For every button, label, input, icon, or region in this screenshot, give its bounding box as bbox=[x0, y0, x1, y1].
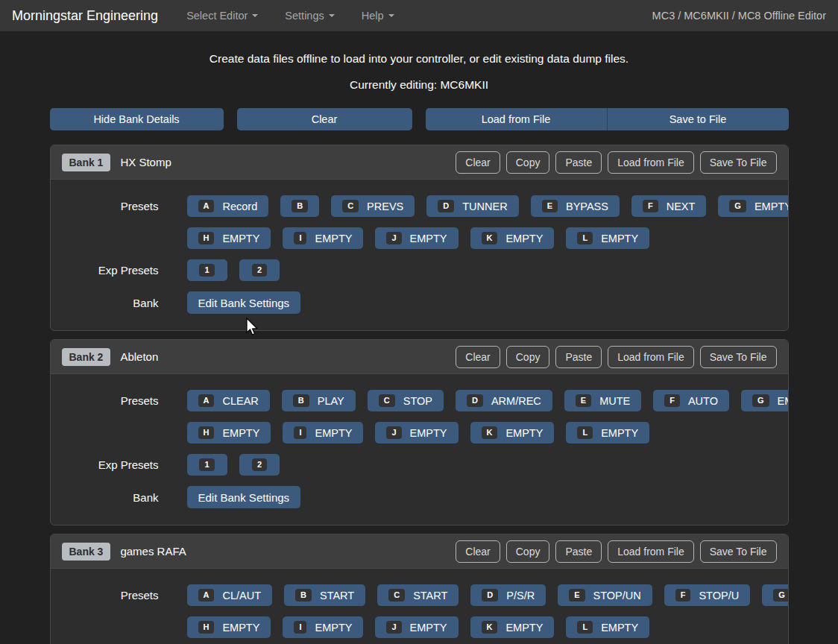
preset-button-a[interactable]: ARecord bbox=[187, 195, 269, 217]
preset-name-label: EMPTY bbox=[315, 622, 352, 634]
preset-button-g[interactable]: GEMPTY bbox=[741, 390, 789, 411]
preset-name-label: EMPTY bbox=[778, 395, 789, 407]
load-from-file-button[interactable]: Load from File bbox=[426, 108, 608, 130]
bank-panel-2: Bank 2 Ableton Clear Copy Paste Load fro… bbox=[50, 339, 789, 525]
bank-name[interactable]: HX Stomp bbox=[120, 156, 171, 168]
bank-save-to-file-button[interactable]: Save To File bbox=[700, 540, 777, 563]
preset-button-e[interactable]: ESTOP/UN bbox=[558, 584, 652, 606]
bank-paste-button[interactable]: Paste bbox=[555, 151, 602, 174]
bank-paste-button[interactable]: Paste bbox=[555, 346, 602, 368]
preset-button-e[interactable]: EBYPASS bbox=[531, 195, 620, 217]
preset-button-h[interactable]: HEMPTY bbox=[187, 616, 271, 638]
bank-copy-button[interactable]: Copy bbox=[506, 540, 550, 563]
exp-2-badge: 2 bbox=[252, 264, 267, 277]
preset-name-label: EMPTY bbox=[315, 427, 352, 439]
preset-button-i[interactable]: IEMPTY bbox=[283, 227, 363, 249]
preset-button-e[interactable]: EMUTE bbox=[564, 390, 641, 411]
preset-button-b[interactable]: BPLAY bbox=[282, 390, 356, 411]
preset-name-label: EMPTY bbox=[410, 622, 447, 634]
preset-button-f[interactable]: FAUTO bbox=[653, 390, 729, 411]
preset-key-badge: E bbox=[569, 589, 585, 602]
preset-key-badge: D bbox=[438, 200, 454, 212]
bank-save-to-file-button[interactable]: Save To File bbox=[700, 346, 777, 368]
preset-key-badge: B bbox=[292, 200, 308, 212]
preset-button-j[interactable]: JEMPTY bbox=[375, 616, 458, 638]
bank-copy-button[interactable]: Copy bbox=[506, 151, 550, 174]
preset-key-badge: G bbox=[729, 200, 746, 212]
menu-help-label: Help bbox=[362, 10, 384, 22]
exp-preset-group: 1 2 bbox=[187, 259, 280, 281]
bank-copy-button[interactable]: Copy bbox=[506, 346, 550, 368]
preset-name-label: STOP bbox=[403, 395, 432, 407]
preset-button-i[interactable]: IEMPTY bbox=[283, 422, 363, 443]
preset-button-d[interactable]: DP/S/R bbox=[470, 584, 546, 606]
hide-bank-details-button[interactable]: Hide Bank Details bbox=[50, 108, 224, 130]
preset-button-h[interactable]: HEMPTY bbox=[187, 227, 271, 249]
exp-preset-1-button[interactable]: 1 bbox=[187, 259, 227, 281]
preset-button-j[interactable]: JEMPTY bbox=[375, 227, 458, 249]
preset-button-d[interactable]: DARM/REC bbox=[456, 390, 552, 411]
preset-key-badge: F bbox=[664, 394, 680, 407]
exp-preset-2-button[interactable]: 2 bbox=[239, 259, 280, 281]
preset-button-j[interactable]: JEMPTY bbox=[375, 422, 458, 443]
clear-all-button[interactable]: Clear bbox=[237, 108, 412, 130]
preset-button-g[interactable]: GEMPTY bbox=[762, 584, 788, 606]
bank-clear-button[interactable]: Clear bbox=[456, 151, 500, 174]
bank-load-from-file-button[interactable]: Load from File bbox=[608, 540, 693, 563]
preset-button-b[interactable]: BSTART bbox=[284, 584, 365, 606]
preset-row-1: ARecordBCPREVSDTUNNEREBYPASSFNEXTGEMPTY bbox=[187, 195, 789, 217]
preset-button-f[interactable]: FSTOP/U bbox=[664, 584, 750, 606]
preset-button-c[interactable]: CSTOP bbox=[368, 390, 444, 411]
preset-name-label: STOP/UN bbox=[593, 590, 641, 602]
preset-name-label: EMPTY bbox=[222, 233, 259, 244]
save-to-file-button[interactable]: Save to File bbox=[608, 108, 789, 130]
preset-button-l[interactable]: LEMPTY bbox=[566, 227, 649, 249]
intro-text: Create data files offline to load into y… bbox=[0, 52, 838, 66]
preset-key-badge: A bbox=[198, 589, 215, 602]
preset-key-badge: F bbox=[675, 589, 691, 602]
menu-select-editor[interactable]: Select Editor bbox=[176, 4, 268, 28]
preset-button-a[interactable]: ACLEAR bbox=[187, 390, 270, 411]
preset-key-badge: E bbox=[576, 394, 591, 407]
preset-button-d[interactable]: DTUNNER bbox=[426, 195, 518, 217]
bank-3-header: Bank 3 games RAFA Clear Copy Paste Load … bbox=[51, 534, 788, 569]
bank-clear-button[interactable]: Clear bbox=[456, 346, 500, 368]
edit-bank-settings-button[interactable]: Edit Bank Settings bbox=[187, 291, 301, 314]
preset-button-l[interactable]: LEMPTY bbox=[566, 616, 649, 638]
bank-paste-button[interactable]: Paste bbox=[555, 540, 602, 563]
preset-button-k[interactable]: KEMPTY bbox=[470, 422, 555, 443]
exp-preset-1-button[interactable]: 1 bbox=[187, 454, 227, 476]
bank-name[interactable]: games RAFA bbox=[120, 545, 186, 558]
brand-title[interactable]: Morningstar Engineering bbox=[12, 8, 158, 24]
preset-button-b[interactable]: B bbox=[280, 195, 319, 217]
bank-load-from-file-button[interactable]: Load from File bbox=[608, 151, 693, 174]
chevron-down-icon bbox=[388, 14, 394, 17]
preset-button-a[interactable]: ACL/AUT bbox=[187, 584, 273, 606]
bank-load-from-file-button[interactable]: Load from File bbox=[608, 346, 693, 368]
preset-key-badge: C bbox=[388, 589, 405, 602]
preset-key-badge: J bbox=[386, 426, 401, 439]
preset-button-l[interactable]: LEMPTY bbox=[566, 422, 649, 443]
preset-name-label: P/S/R bbox=[506, 590, 535, 602]
edit-bank-settings-button[interactable]: Edit Bank Settings bbox=[187, 486, 301, 508]
preset-button-k[interactable]: KEMPTY bbox=[470, 227, 555, 249]
preset-button-i[interactable]: IEMPTY bbox=[283, 616, 363, 638]
preset-name-label: EMPTY bbox=[754, 201, 789, 212]
bank-clear-button[interactable]: Clear bbox=[456, 540, 500, 563]
preset-button-h[interactable]: HEMPTY bbox=[187, 422, 271, 443]
bank-name[interactable]: Ableton bbox=[120, 350, 158, 363]
navbar-menu: Select Editor Settings Help bbox=[176, 4, 652, 28]
preset-key-badge: L bbox=[577, 621, 593, 634]
preset-button-c[interactable]: CSTART bbox=[377, 584, 459, 606]
bank-save-to-file-button[interactable]: Save To File bbox=[700, 151, 777, 174]
exp-preset-2-button[interactable]: 2 bbox=[239, 454, 280, 476]
preset-button-c[interactable]: CPREVS bbox=[331, 195, 415, 217]
bank-2-header: Bank 2 Ableton Clear Copy Paste Load fro… bbox=[51, 340, 788, 374]
menu-settings[interactable]: Settings bbox=[274, 4, 344, 28]
preset-button-f[interactable]: FNEXT bbox=[631, 195, 706, 217]
menu-help[interactable]: Help bbox=[351, 4, 405, 28]
preset-button-g[interactable]: GEMPTY bbox=[718, 195, 788, 217]
preset-name-label: BYPASS bbox=[566, 201, 608, 212]
preset-key-badge: B bbox=[293, 394, 309, 407]
preset-button-k[interactable]: KEMPTY bbox=[470, 616, 555, 638]
